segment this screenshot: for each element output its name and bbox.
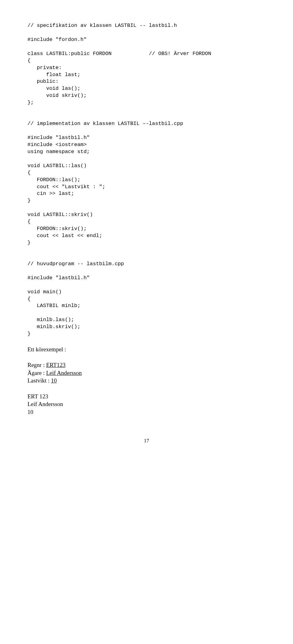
code-line: void LASTBIL::las() xyxy=(27,163,87,169)
example-output: ERT 123 xyxy=(27,393,48,400)
code-line: void las(); xyxy=(27,86,80,91)
example-label: Ägare : xyxy=(27,370,46,376)
code-line: } xyxy=(27,331,31,337)
code-line: #include "fordon.h" xyxy=(27,37,87,42)
code-line: minlb.las(); xyxy=(27,317,74,323)
code-line: void skriv(); xyxy=(27,93,87,98)
code-line: public: xyxy=(27,79,59,84)
code-line: using namespace std; xyxy=(27,149,90,155)
code-line: } xyxy=(27,198,31,203)
code-line: { xyxy=(27,58,31,64)
code-line: float last; xyxy=(27,72,80,78)
code-line: cout << "Lastvikt : "; xyxy=(27,184,105,190)
code-line: minlb.skriv(); xyxy=(27,324,80,330)
code-line: }; xyxy=(27,100,34,105)
code-line: cin >> last; xyxy=(27,191,74,196)
code-line: void LASTBIL::skriv() xyxy=(27,212,93,218)
code-line: cout << last << endl; xyxy=(27,233,102,239)
code-line: FORDON::las(); xyxy=(27,177,80,183)
code-line: class LASTBIL:public FORDON xyxy=(27,51,111,57)
code-line: { xyxy=(27,296,31,302)
code-line: FORDON::skriv(); xyxy=(27,226,87,232)
example-label: Regnr : xyxy=(27,362,46,368)
code-line: { xyxy=(27,170,31,176)
code-line: // implementation av klassen LASTBIL –-l… xyxy=(27,121,183,126)
code-line: #include "lastbil.h" xyxy=(27,275,90,281)
code-block: // specifikation av klassen LASTBIL -- l… xyxy=(27,15,266,338)
example-input: Leif Andersson xyxy=(46,370,82,376)
code-line: { xyxy=(27,219,31,225)
code-line: #include <iostream> xyxy=(27,142,87,148)
code-line: void main() xyxy=(27,289,62,295)
code-line: #include "lastbil.h" xyxy=(27,135,90,141)
code-line: private: xyxy=(27,65,62,71)
example-output: Leif Andersson xyxy=(27,401,63,407)
example-input: 10 xyxy=(51,377,57,384)
example-label: Lastvikt : xyxy=(27,377,51,384)
code-line: // specifikation av klassen LASTBIL -- l… xyxy=(27,23,177,28)
code-comment: // OBS! Ärver FORDON xyxy=(111,51,211,57)
example-input: ERT123 xyxy=(46,362,65,368)
code-line: } xyxy=(27,240,31,246)
example-block: Ett körexempel : Regnr : ERT123 Ägare : … xyxy=(27,338,266,416)
example-heading: Ett körexempel : xyxy=(27,346,66,353)
page-number: 17 xyxy=(27,437,266,445)
example-output: 10 xyxy=(27,409,33,415)
code-line: LASTBIL minlb; xyxy=(27,303,80,309)
code-line: // huvudprogram -- lastbilm.cpp xyxy=(27,261,124,267)
